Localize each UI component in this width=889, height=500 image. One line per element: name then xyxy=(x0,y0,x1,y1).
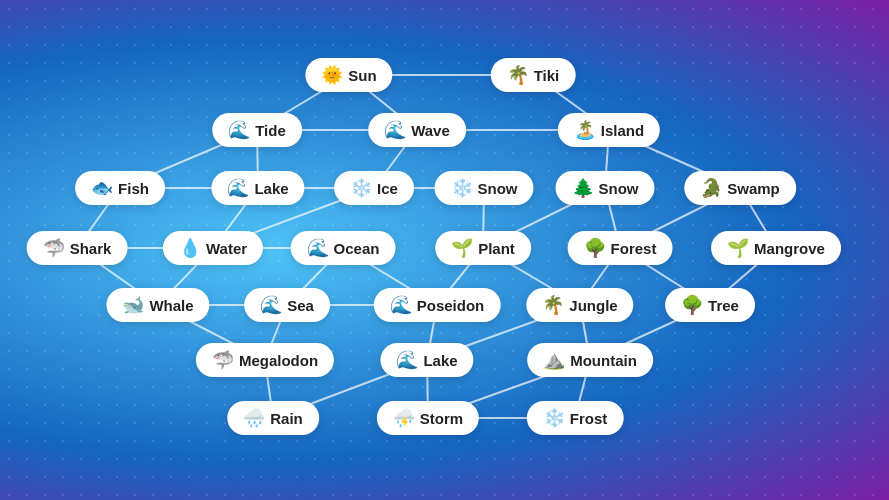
node-label-water: Water xyxy=(206,240,247,257)
node-icon-mangrove: 🌱 xyxy=(727,239,749,257)
node-water: 💧Water xyxy=(163,231,263,265)
node-shark: 🦈Shark xyxy=(27,231,128,265)
node-label-tiki: Tiki xyxy=(534,67,560,84)
node-lake1: 🌊Lake xyxy=(211,171,304,205)
node-icon-island: 🏝️ xyxy=(574,121,596,139)
node-snow2: 🌲Snow xyxy=(556,171,655,205)
node-tiki: 🌴Tiki xyxy=(491,58,576,92)
node-label-ocean: Ocean xyxy=(334,240,380,257)
node-label-jungle: Jungle xyxy=(569,297,617,314)
node-plant: 🌱Plant xyxy=(435,231,531,265)
node-tide: 🌊Tide xyxy=(212,113,302,147)
node-label-ice: Ice xyxy=(377,180,398,197)
node-label-wave: Wave xyxy=(411,122,450,139)
node-icon-lake1: 🌊 xyxy=(227,179,249,197)
node-ice: ❄️Ice xyxy=(334,171,414,205)
node-icon-megalodon: 🦈 xyxy=(212,351,234,369)
node-whale: 🐋Whale xyxy=(106,288,209,322)
node-icon-poseidon: 🌊 xyxy=(390,296,412,314)
node-label-mountain: Mountain xyxy=(570,352,637,369)
node-forest: 🌳Forest xyxy=(568,231,673,265)
node-icon-frost: ❄️ xyxy=(543,409,565,427)
node-label-frost: Frost xyxy=(570,410,608,427)
node-icon-tide: 🌊 xyxy=(228,121,250,139)
node-icon-tree: 🌳 xyxy=(681,296,703,314)
node-icon-snow2: 🌲 xyxy=(572,179,594,197)
node-icon-ocean: 🌊 xyxy=(307,239,329,257)
node-icon-fish: 🐟 xyxy=(91,179,113,197)
node-mountain: ⛰️Mountain xyxy=(527,343,653,377)
node-jungle: 🌴Jungle xyxy=(526,288,633,322)
node-wave: 🌊Wave xyxy=(368,113,466,147)
node-storm: ⛈️Storm xyxy=(377,401,479,435)
node-label-snow1: Snow xyxy=(478,180,518,197)
node-poseidon: 🌊Poseidon xyxy=(374,288,501,322)
node-label-lake2: Lake xyxy=(423,352,457,369)
node-label-tree: Tree xyxy=(708,297,739,314)
node-icon-forest: 🌳 xyxy=(584,239,606,257)
node-label-forest: Forest xyxy=(611,240,657,257)
node-label-sun: Sun xyxy=(348,67,376,84)
node-label-poseidon: Poseidon xyxy=(417,297,485,314)
node-icon-snow1: ❄️ xyxy=(451,179,473,197)
node-label-megalodon: Megalodon xyxy=(239,352,318,369)
graph-container: 🌞Sun🌴Tiki🌊Tide🌊Wave🏝️Island🐟Fish🌊Lake❄️I… xyxy=(0,0,889,500)
node-island: 🏝️Island xyxy=(558,113,660,147)
node-label-lake1: Lake xyxy=(254,180,288,197)
node-icon-sun: 🌞 xyxy=(321,66,343,84)
node-mangrove: 🌱Mangrove xyxy=(711,231,841,265)
node-icon-water: 💧 xyxy=(179,239,201,257)
node-label-tide: Tide xyxy=(255,122,286,139)
node-icon-storm: ⛈️ xyxy=(393,409,415,427)
node-label-snow2: Snow xyxy=(599,180,639,197)
node-label-swamp: Swamp xyxy=(727,180,780,197)
node-fish: 🐟Fish xyxy=(75,171,165,205)
node-sun: 🌞Sun xyxy=(305,58,392,92)
node-snow1: ❄️Snow xyxy=(435,171,534,205)
node-icon-jungle: 🌴 xyxy=(542,296,564,314)
node-icon-shark: 🦈 xyxy=(43,239,65,257)
node-label-rain: Rain xyxy=(270,410,303,427)
node-icon-sea: 🌊 xyxy=(260,296,282,314)
node-rain: 🌧️Rain xyxy=(227,401,319,435)
node-icon-whale: 🐋 xyxy=(122,296,144,314)
node-icon-mountain: ⛰️ xyxy=(543,351,565,369)
node-label-mangrove: Mangrove xyxy=(754,240,825,257)
node-label-fish: Fish xyxy=(118,180,149,197)
node-ocean: 🌊Ocean xyxy=(291,231,396,265)
node-icon-lake2: 🌊 xyxy=(396,351,418,369)
node-frost: ❄️Frost xyxy=(527,401,624,435)
node-label-island: Island xyxy=(601,122,644,139)
node-icon-swamp: 🐊 xyxy=(700,179,722,197)
node-icon-wave: 🌊 xyxy=(384,121,406,139)
node-sea: 🌊Sea xyxy=(244,288,330,322)
node-icon-ice: ❄️ xyxy=(350,179,372,197)
node-label-plant: Plant xyxy=(478,240,515,257)
node-lake2: 🌊Lake xyxy=(380,343,473,377)
node-icon-rain: 🌧️ xyxy=(243,409,265,427)
node-label-whale: Whale xyxy=(149,297,193,314)
node-tree: 🌳Tree xyxy=(665,288,755,322)
node-icon-plant: 🌱 xyxy=(451,239,473,257)
node-icon-tiki: 🌴 xyxy=(507,66,529,84)
node-label-storm: Storm xyxy=(420,410,463,427)
node-label-sea: Sea xyxy=(287,297,314,314)
node-label-shark: Shark xyxy=(70,240,112,257)
node-megalodon: 🦈Megalodon xyxy=(196,343,334,377)
node-swamp: 🐊Swamp xyxy=(684,171,796,205)
